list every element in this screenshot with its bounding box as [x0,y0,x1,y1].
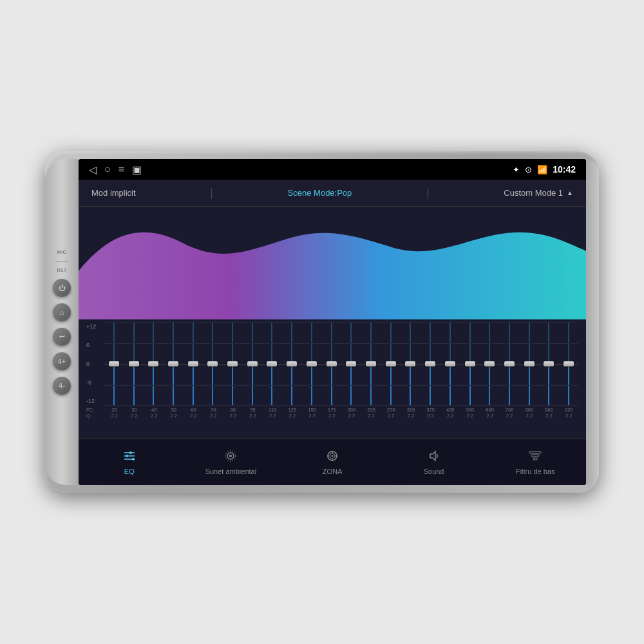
freq-label-40: 40 [144,407,164,413]
home-side-button[interactable]: ⌂ [53,303,71,321]
freq-label-200: 200 [342,407,361,413]
custom-mode-label: Custom Mode 1 [504,188,563,198]
eq-icon [122,450,137,465]
slider-thumb-700[interactable] [504,361,515,366]
filtru-icon [527,450,543,465]
slider-thumb-235[interactable] [366,361,376,366]
slider-thumb-50[interactable] [168,361,178,366]
tab-sunet-ambiental[interactable]: Sunet ambiental [180,444,282,480]
nav-icons: ◁ ○ ≡ ▣ [89,164,142,176]
freq-label-110: 110 [263,407,282,413]
sound-icon [426,450,442,465]
q-prefix: Q: [86,413,104,419]
q-label-50: 2.2 [164,413,184,419]
freq-label-20: 20 [105,407,124,413]
screen-nav-icon[interactable]: ▣ [132,164,142,176]
freq-label-920: 920 [559,407,578,413]
slider-thumb-40[interactable] [148,361,158,366]
slider-thumb-275[interactable] [386,361,396,366]
slider-thumb-150[interactable] [307,361,317,366]
slider-thumb-500[interactable] [465,361,475,366]
q-label-80: 2.2 [223,413,243,419]
tab-sound[interactable]: Sound [383,444,485,480]
slider-thumb-60[interactable] [188,361,198,366]
svg-rect-17 [529,451,541,453]
content-area: Mod implicit | Scene Mode:Pop | Custom M… [79,180,586,485]
divider-2: | [426,186,430,200]
scene-mode[interactable]: Scene Mode:Pop [288,188,352,198]
left-bezel: MIC RST ⏻ ⌂ ↩ 4+ 4- [45,159,79,485]
bluetooth-icon: ✦ [513,165,520,175]
slider-thumb-860[interactable] [544,361,554,366]
svg-rect-18 [531,455,539,457]
tab-eq[interactable]: EQ [79,444,180,480]
eq-sliders-area: +12 6 0 -6 -12 [79,319,586,439]
slider-thumb-800[interactable] [524,361,535,366]
home-nav-icon[interactable]: ○ [104,164,111,175]
vol-up-button[interactable]: 4+ [53,352,71,370]
vol-down-button[interactable]: 4- [53,377,71,395]
svg-marker-16 [430,451,435,460]
custom-mode[interactable]: Custom Mode 1 ▲ [504,188,573,198]
freq-label-95: 95 [243,407,263,413]
status-bar: ◁ ○ ≡ ▣ ✦ ⊙ 📶 10:42 [79,159,586,180]
freq-label-30: 30 [125,407,144,413]
freq-label-315: 315 [401,407,421,413]
scale-0: 0 [86,361,104,367]
menu-nav-icon[interactable]: ≡ [118,164,124,175]
mod-implicit[interactable]: Mod implicit [91,188,136,198]
freq-label-800: 800 [520,407,539,413]
divider-1: | [210,186,213,200]
status-right: ✦ ⊙ 📶 10:42 [513,164,576,175]
scale-6: 6 [86,342,104,348]
freq-label-435: 435 [440,407,460,413]
q-label-500: 2.2 [460,413,480,419]
location-icon: ⊙ [525,165,532,175]
slider-thumb-200[interactable] [346,361,356,366]
right-bezel [586,159,599,485]
q-label-95: 2.2 [243,413,263,419]
freq-label-80: 80 [223,407,243,413]
freq-label-150: 150 [303,407,322,413]
slider-thumb-70[interactable] [207,361,218,366]
svg-point-4 [129,451,132,454]
freq-label-860: 860 [540,407,559,413]
svg-point-5 [132,458,135,460]
slider-thumb-30[interactable] [129,361,139,366]
slider-thumb-600[interactable] [484,361,495,366]
freq-label-60: 60 [184,407,204,413]
slider-thumb-80[interactable] [227,361,238,366]
slider-thumb-110[interactable] [267,361,277,366]
mic-label: MIC [57,250,66,254]
freq-label-235: 235 [362,407,381,413]
slider-thumb-315[interactable] [405,361,415,366]
main-screen: ◁ ○ ≡ ▣ ✦ ⊙ 📶 10:42 Mod implicit | Scene… [79,159,586,485]
back-nav-icon[interactable]: ◁ [89,164,97,176]
q-label-150: 2.2 [303,413,322,419]
freq-label-275: 275 [381,407,401,413]
slider-thumb-920[interactable] [564,361,574,366]
q-label-800: 2.2 [520,413,539,419]
slider-thumb-125[interactable] [287,361,297,366]
svg-point-3 [126,455,128,457]
slider-thumb-95[interactable] [247,361,258,366]
power-button[interactable]: ⏻ [53,279,71,297]
slider-thumb-20[interactable] [109,361,119,366]
freq-label-375: 375 [421,407,440,413]
slider-thumb-435[interactable] [445,361,455,366]
scale-minus12: -12 [86,398,104,404]
q-label-860: 2.2 [540,413,559,419]
wifi-icon: 📶 [537,165,547,175]
slider-thumb-375[interactable] [425,361,435,366]
freq-label-50: 50 [164,407,184,413]
q-label-30: 2.2 [125,413,144,419]
q-label-700: 2.2 [500,413,519,419]
slider-thumb-175[interactable] [327,361,337,366]
back-side-button[interactable]: ↩ [53,328,71,346]
tab-filtru-de-bas[interactable]: Filtru de bas [484,444,586,480]
freq-label-175: 175 [322,407,341,413]
tab-filtru-label: Filtru de bas [516,468,555,475]
tab-zona[interactable]: ZONA [281,444,383,480]
freq-label-70: 70 [204,407,223,413]
q-label-920: 2.2 [559,413,578,419]
